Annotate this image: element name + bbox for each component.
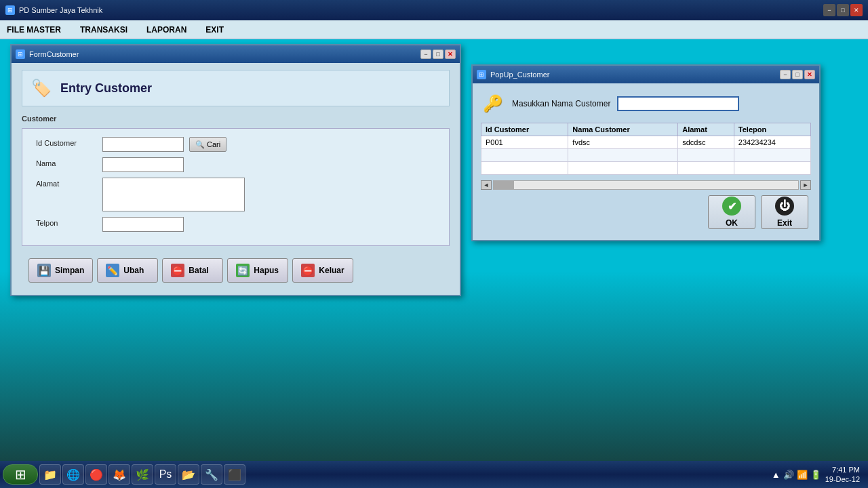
form-customer-window: ⊞ FormCustomer − □ ✕ 🏷️ Entry Customer C… [10, 44, 461, 296]
system-tray: ▲ 🔊 📶 🔋 [772, 470, 821, 480]
search-row: 🔑 Masukkan Nama Customer [481, 92, 811, 116]
customer-section-label: Customer [22, 115, 450, 123]
tray-speaker[interactable]: 🔊 [783, 470, 794, 480]
popup-maximize-btn[interactable]: □ [792, 70, 803, 79]
id-customer-label: Id Customer [36, 137, 97, 147]
empty-cell [481, 149, 568, 162]
taskbar-opera[interactable]: 🔴 [85, 464, 107, 485]
cell-nama: fvdsc [568, 136, 678, 149]
table-row-empty-2 [481, 162, 811, 175]
search-input[interactable] [617, 96, 739, 111]
app-title: PD Sumber Jaya Tekhnik [19, 6, 102, 14]
menu-transaksi[interactable]: TRANSAKSI [77, 24, 130, 36]
menu-laporan[interactable]: LAPORAN [144, 24, 189, 36]
ubah-button[interactable]: ✏️ Ubah [97, 258, 158, 283]
popup-minimize-btn[interactable]: − [780, 70, 791, 79]
empty-cell [678, 162, 734, 175]
nama-input[interactable] [102, 157, 184, 172]
simpan-button[interactable]: 💾 Simpan [28, 258, 93, 283]
key-icon: 🔑 [481, 92, 505, 116]
keluar-button[interactable]: ⛔ Keluar [292, 258, 353, 283]
maximize-button[interactable]: □ [837, 4, 849, 16]
tray-arrow[interactable]: ▲ [772, 470, 781, 480]
empty-cell [678, 149, 734, 162]
scroll-thumb [494, 181, 514, 189]
cell-telepon: 234234234 [734, 136, 810, 149]
ubah-label: Ubah [123, 266, 144, 275]
form-maximize-btn[interactable]: □ [433, 49, 443, 59]
taskbar-firefox[interactable]: 🦊 [108, 464, 130, 485]
col-id-customer: Id Customer [481, 123, 568, 136]
popup-close-btn[interactable]: ✕ [804, 70, 815, 79]
form-icon: ⊞ [16, 49, 25, 59]
alamat-label: Alamat [36, 178, 97, 188]
simpan-label: Simpan [55, 266, 84, 275]
cari-label: Cari [207, 140, 220, 148]
tray-power[interactable]: 🔋 [810, 470, 821, 480]
batal-icon: ⛔ [171, 264, 184, 277]
empty-cell [568, 162, 678, 175]
popup-icon: ⊞ [477, 70, 486, 79]
clock-time: 7:41 PM [825, 465, 860, 474]
taskbar-clock[interactable]: 7:41 PM 19-Dec-12 [825, 465, 860, 485]
form-window-title: FormCustomer [29, 50, 79, 58]
exit-icon: ⏻ [775, 197, 794, 216]
taskbar-right: ▲ 🔊 📶 🔋 7:41 PM 19-Dec-12 [772, 465, 865, 485]
popup-content: 🔑 Masukkan Nama Customer Id Customer Nam… [473, 83, 819, 240]
table-row-empty-1 [481, 149, 811, 162]
taskbar-folder[interactable]: 📂 [178, 464, 199, 485]
col-alamat: Alamat [678, 123, 734, 136]
menu-file-master[interactable]: FILE MASTER [4, 24, 64, 36]
form-close-btn[interactable]: ✕ [445, 49, 456, 59]
form-title: Entry Customer [60, 81, 152, 96]
tray-network[interactable]: 📶 [797, 470, 808, 480]
taskbar-app2[interactable]: 🔧 [201, 464, 222, 485]
empty-cell [568, 149, 678, 162]
ok-button[interactable]: ✔ OK [708, 195, 755, 229]
taskbar: ⊞ 📁 🌐 🔴 🦊 🌿 Ps 📂 🔧 ⬛ ▲ 🔊 📶 🔋 7:41 PM 19-… [0, 461, 868, 488]
popup-titlebar: ⊞ PopUp_Customer − □ ✕ [473, 66, 819, 83]
scrollbar-row: ◄ ► [481, 180, 811, 190]
action-buttons: 💾 Simpan ✏️ Ubah ⛔ Batal 🔄 Hapus ⛔ Kelua… [22, 253, 450, 288]
title-bar: ⊞ PD Sumber Jaya Tekhnik − □ ✕ [0, 0, 868, 20]
taskbar-explorer[interactable]: 📁 [39, 464, 61, 485]
search-icon: 🔍 [195, 140, 205, 149]
popup-window-title: PopUp_Customer [490, 70, 549, 79]
menu-exit[interactable]: EXIT [203, 24, 226, 36]
telpon-input[interactable] [102, 217, 184, 232]
minimize-button[interactable]: − [823, 4, 835, 16]
simpan-icon: 💾 [37, 264, 51, 277]
taskbar-ie[interactable]: 🌐 [62, 464, 84, 485]
title-bar-controls: − □ ✕ [823, 4, 863, 16]
col-telepon: Telepon [734, 123, 810, 136]
scroll-left-btn[interactable]: ◄ [481, 180, 492, 190]
empty-cell [734, 162, 810, 175]
taskbar-app3[interactable]: ⬛ [224, 464, 245, 485]
hapus-label: Hapus [254, 266, 279, 275]
menu-bar: FILE MASTER TRANSAKSI LAPORAN EXIT [0, 20, 868, 39]
entry-icon: 🏷️ [29, 76, 54, 100]
hapus-icon: 🔄 [236, 264, 250, 277]
cell-alamat: sdcdsc [678, 136, 734, 149]
cari-button[interactable]: 🔍 Cari [189, 137, 226, 152]
batal-button[interactable]: ⛔ Batal [162, 258, 223, 283]
scroll-right-btn[interactable]: ► [800, 180, 811, 190]
telpon-label: Telpon [36, 217, 97, 227]
table-row[interactable]: P001 fvdsc sdcdsc 234234234 [481, 136, 811, 149]
form-customer-titlebar: ⊞ FormCustomer − □ ✕ [12, 45, 460, 63]
alamat-input[interactable] [102, 178, 245, 211]
customer-table: Id Customer Nama Customer Alamat Telepon… [481, 123, 811, 175]
start-button[interactable]: ⊞ [3, 464, 38, 485]
taskbar-photoshop[interactable]: Ps [155, 464, 176, 485]
id-customer-input[interactable] [102, 137, 184, 152]
exit-label: Exit [777, 218, 792, 228]
taskbar-app1[interactable]: 🌿 [132, 464, 153, 485]
exit-button[interactable]: ⏻ Exit [761, 195, 808, 229]
close-button[interactable]: ✕ [850, 4, 863, 16]
scroll-track[interactable] [493, 180, 799, 190]
keluar-label: Keluar [319, 266, 344, 275]
app-icon: ⊞ [5, 5, 15, 15]
hapus-button[interactable]: 🔄 Hapus [227, 258, 288, 283]
popup-customer-window: ⊞ PopUp_Customer − □ ✕ 🔑 Masukkan Nama C… [471, 64, 821, 241]
form-minimize-btn[interactable]: − [420, 49, 431, 59]
